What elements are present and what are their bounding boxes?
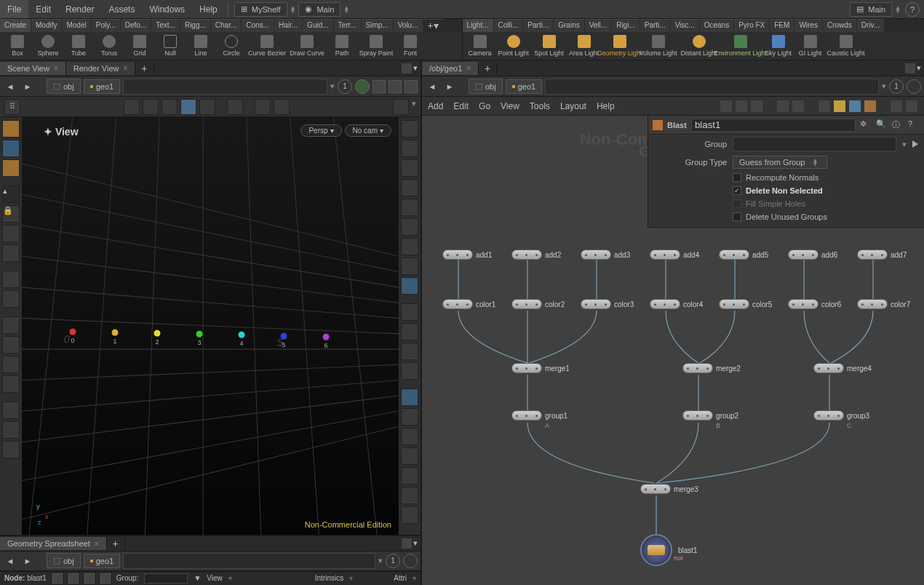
close-icon[interactable]: × [54, 64, 58, 72]
shelf-tab-volume[interactable]: Volu... [394, 19, 423, 32]
chevron-down-icon[interactable]: ▾ [412, 99, 416, 115]
tool-tube[interactable]: Tube [64, 33, 93, 59]
palette-icon[interactable] [818, 100, 831, 113]
shelf-tab-hair[interactable]: Hair... [274, 19, 302, 32]
node-add3[interactable]: add3 [581, 250, 630, 260]
tool-box[interactable]: Box [3, 33, 32, 59]
select-geo-icon[interactable] [2, 140, 20, 157]
tool-volume-light[interactable]: Volume Light [639, 33, 678, 59]
point-4[interactable] [239, 332, 245, 338]
node-color5[interactable]: color5 [719, 299, 772, 309]
bg-icon[interactable] [401, 408, 418, 426]
node-add1[interactable]: add1 [442, 250, 492, 260]
snap-tool-icon[interactable] [2, 317, 20, 334]
shelf-tab-viscous[interactable]: Visc... [671, 19, 699, 32]
snap-multi-tool-icon[interactable] [2, 356, 20, 373]
path-obj[interactable]: ⬚obj [47, 79, 81, 94]
index-button[interactable]: 1 [386, 554, 400, 568]
filter-icon[interactable]: ▼ [194, 574, 201, 582]
tree-icon[interactable] [735, 100, 748, 113]
chevron-down-icon[interactable]: ▾ [882, 81, 886, 91]
group-input[interactable] [144, 573, 188, 584]
box-icon[interactable] [864, 100, 877, 113]
point-5[interactable] [281, 333, 287, 340]
tool-grid[interactable]: Grid [125, 33, 154, 59]
node-add5[interactable]: add5 [719, 250, 768, 260]
node-group1[interactable]: group1A [511, 410, 567, 421]
color-correct-icon[interactable] [401, 487, 418, 504]
net-menu-edit[interactable]: Edit [453, 101, 469, 111]
node-color4[interactable]: color4 [650, 299, 703, 309]
node-color2[interactable]: color2 [511, 299, 565, 309]
tool-distant-light[interactable]: Distant Light [680, 33, 719, 59]
node-color3[interactable]: color3 [581, 299, 634, 309]
close-icon[interactable]: × [466, 64, 471, 72]
path-geo1[interactable]: geo1 [84, 79, 120, 94]
pencil-icon[interactable] [401, 362, 418, 380]
group-input[interactable] [733, 137, 896, 151]
close-icon[interactable]: × [124, 64, 128, 72]
snap-point-icon[interactable] [143, 99, 159, 115]
shelf-tab-fem[interactable]: FEM [770, 19, 794, 32]
move-tool-icon[interactable] [2, 402, 20, 419]
shelf-tab-simple[interactable]: Simp... [362, 19, 393, 32]
node-add4[interactable]: add4 [650, 250, 699, 260]
menu-file[interactable]: File [0, 0, 28, 18]
tool-spot-light[interactable]: Spot Light [533, 33, 566, 59]
tool-circle[interactable]: Circle [217, 33, 246, 59]
list-icon[interactable] [750, 100, 763, 113]
pin-icon[interactable] [403, 554, 418, 568]
chevron-down-icon[interactable]: ▾ [413, 538, 418, 549]
path-input[interactable] [123, 553, 375, 569]
detail-icon[interactable] [100, 573, 111, 584]
node-color1[interactable]: color1 [442, 299, 495, 309]
display-options-icon[interactable] [373, 80, 386, 93]
shelf-tab-drive[interactable]: Driv... [857, 19, 884, 32]
shelf-tab-add[interactable]: +▾ [423, 19, 443, 32]
shelf-tab-collisions[interactable]: Colli... [494, 19, 523, 32]
info-icon[interactable]: ⓘ [892, 119, 904, 131]
tab-network[interactable]: /obj/geo1× [422, 62, 479, 75]
shade-mode-icon[interactable] [401, 277, 418, 295]
tool-sky-light[interactable]: Sky Light [762, 33, 794, 59]
square-icon[interactable] [405, 80, 418, 93]
point-display-icon[interactable] [401, 323, 418, 341]
menu-windows[interactable]: Windows [142, 0, 192, 18]
shelf-tab-create[interactable]: Create [0, 19, 31, 32]
point-3[interactable] [196, 331, 203, 338]
forward-arrow-icon[interactable]: ► [20, 79, 35, 94]
tool-sphere[interactable]: Sphere [33, 33, 63, 59]
param-delete-unused-row[interactable]: Delete Unused Groups [648, 210, 924, 227]
selection-icon[interactable] [199, 99, 215, 115]
net-menu-help[interactable]: Help [597, 101, 615, 111]
viewport-3d[interactable]: 0 5 ✦ View Persp▾ No cam▾ 0 1 2 [22, 117, 399, 535]
tool-gi-light[interactable]: GI Light [796, 33, 825, 59]
node-add7[interactable]: add7 [857, 250, 907, 260]
tool-null[interactable]: Null [156, 33, 185, 59]
tool-curve-bezier[interactable]: Curve Bezier [247, 33, 287, 59]
search-icon[interactable]: 🔍 [876, 119, 888, 131]
snap-icon[interactable] [124, 99, 140, 115]
gear-icon[interactable]: ✲ [860, 119, 872, 131]
magnet-icon[interactable] [2, 271, 20, 288]
find-icon[interactable] [890, 100, 903, 113]
tool-area-light[interactable]: Area Light [567, 33, 601, 59]
back-arrow-icon[interactable]: ◄ [425, 79, 439, 94]
path-input[interactable] [545, 79, 879, 95]
path-obj[interactable]: ⬚obj [47, 553, 81, 568]
wire-icon[interactable] [401, 303, 418, 321]
net-menu-layout[interactable]: Layout [560, 101, 586, 111]
help-icon[interactable]: ? [908, 119, 920, 131]
lock-icon[interactable]: 🔒 [2, 205, 20, 223]
shelf-tab-deform[interactable]: Defo... [121, 19, 151, 32]
settings-icon[interactable] [274, 99, 290, 115]
brush-icon[interactable] [2, 290, 20, 308]
node-add2[interactable]: add2 [511, 250, 561, 260]
shelf-tab-modify[interactable]: Modify [31, 19, 61, 32]
path-geo1[interactable]: geo1 [84, 554, 120, 568]
shelf-arrows[interactable]: ▲▼ [343, 6, 349, 13]
node-group3[interactable]: group3C [813, 410, 869, 421]
shelf-arrows[interactable]: ▲▼ [290, 6, 296, 13]
node-group2[interactable]: group2B [682, 410, 738, 421]
search-icon[interactable] [905, 100, 918, 113]
